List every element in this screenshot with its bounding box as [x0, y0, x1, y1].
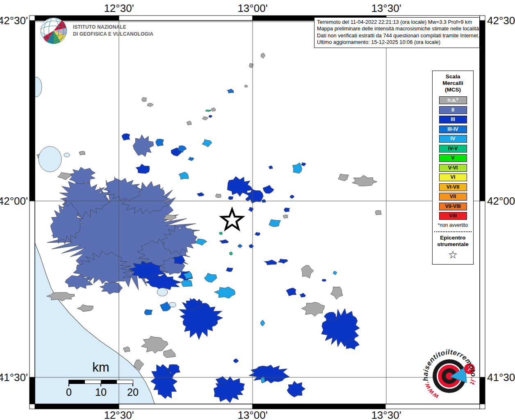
scale-bar-unit: km — [69, 360, 133, 375]
municipality-III — [228, 196, 233, 200]
lake-albano — [157, 288, 168, 296]
municipality-III — [226, 267, 233, 272]
legend-swatch-II: II — [439, 106, 467, 114]
legend-swatch-V: V — [439, 154, 467, 162]
legend-swatch-VII-VIII: VII-VIII — [439, 203, 467, 210]
ingv-logo-line2: DI GEOFISICA E VULCANOLOGIA — [73, 31, 153, 38]
municipality-na — [375, 210, 381, 215]
legend-swatch-VI: VI — [439, 173, 467, 181]
axis-label-left-4230: 42°30' — [0, 15, 28, 26]
ingv-logo-line1: ISTITUTO NAZIONALE — [73, 24, 153, 31]
legend-epicenter-title: Epicentro strumentale — [433, 235, 473, 248]
legend-swatch-n.a.*: n.a.* — [439, 96, 467, 104]
legend-title-line1: Scala — [433, 73, 473, 80]
legend-footnote: *non avvertito — [433, 222, 473, 228]
haisentitoilterremoto-watermark: ? www.haisentitoilterremoto.it — [417, 344, 487, 415]
lake-martignano — [64, 153, 70, 157]
municipality-III_IV — [144, 310, 153, 315]
legend-title-line3: (MCS) — [433, 87, 473, 93]
ingv-logo-text: ISTITUTO NAZIONALE DI GEOFISICA E VULCAN… — [73, 24, 153, 38]
legend-divider — [434, 231, 472, 232]
scale-tick-10 — [100, 383, 101, 386]
ingv-logo: ISTITUTO NAZIONALE DI GEOFISICA E VULCAN… — [39, 16, 157, 45]
scale-label-20: 20 — [121, 386, 145, 398]
scale-tick-0 — [68, 383, 69, 386]
municipality-na — [142, 98, 147, 102]
municipality-na — [215, 194, 221, 198]
legend-box: Scala Mercalli (MCS) n.a.*IIIIIIII-IVIVI… — [432, 71, 474, 265]
legend-swatch-III-IV: III-IV — [439, 126, 467, 133]
axis-label-bottom-1300: 13°00' — [237, 409, 267, 420]
legend-epicenter-star-icon: ☆ — [433, 249, 473, 261]
legend-swatch-III: III — [439, 116, 467, 123]
axis-label-top-1230: 12°30' — [104, 2, 134, 14]
axis-label-bottom-1330: 13°30' — [371, 409, 401, 420]
lake-nemi — [169, 302, 176, 307]
info-line-map: Mappa preliminare delle intensità macros… — [317, 25, 477, 32]
legend-title: Scala Mercalli (MCS) — [433, 73, 473, 93]
watermark-logo-icon: ? www.haisentitoilterremoto.it — [417, 344, 487, 413]
municipality-IV — [182, 280, 193, 287]
info-line-data: Dati non verificati estratti da 744 ques… — [317, 32, 477, 39]
axis-label-right-4200: 42°00' — [487, 195, 515, 207]
axis-label-right-4130: 41°30' — [487, 372, 515, 383]
legend-swatch-V-VI: V-VI — [439, 164, 467, 172]
legend-swatch-IV-V: IV-V — [439, 145, 467, 153]
legend-swatches: n.a.*IIIIIIII-IVIVIV-VVV-VIVIVI-VIIVIIVI… — [433, 96, 473, 220]
scale-tick-20 — [132, 383, 133, 386]
info-line-event: Terremoto del 11-04-2022 22:21:13 (ora l… — [317, 19, 477, 25]
legend-swatch-IV: IV — [439, 135, 467, 143]
ingv-globe-icon — [39, 16, 68, 45]
axis-label-left-4200: 42°00' — [0, 195, 28, 207]
axis-label-top-1300: 13°00' — [237, 2, 267, 14]
axis-label-left-4130: 41°30' — [0, 372, 28, 383]
legend-swatch-VIII: VIII — [439, 212, 467, 220]
legend-swatch-VI-VII: VI-VII — [439, 183, 467, 191]
lake-bracciano — [39, 146, 62, 172]
legend-epicenter-line2: strumentale — [433, 241, 473, 248]
scale-label-0: 0 — [57, 386, 81, 398]
scale-label-10: 10 — [89, 386, 113, 398]
legend-title-line2: Mercalli — [433, 80, 473, 87]
info-line-update: Ultimo aggiornamento: 15-12-2025 10:06 (… — [317, 39, 477, 46]
axis-label-top-1330: 13°30' — [371, 2, 401, 14]
municipality-III_IV — [156, 139, 164, 146]
earthquake-info-box: Terremoto del 11-04-2022 22:21:13 (ora l… — [314, 17, 480, 48]
legend-swatch-VII: VII — [439, 193, 467, 201]
macroseismic-map-page: 12°30' 13°00' 13°30' 12°30' 13°00' 13°30… — [0, 0, 515, 420]
municipality-IV — [269, 219, 280, 227]
municipality-III — [284, 208, 290, 212]
axis-label-bottom-1230: 12°30' — [104, 409, 134, 420]
axis-label-right-4230: 42°30' — [487, 15, 515, 26]
legend-epicenter-line1: Epicentro — [433, 235, 473, 241]
